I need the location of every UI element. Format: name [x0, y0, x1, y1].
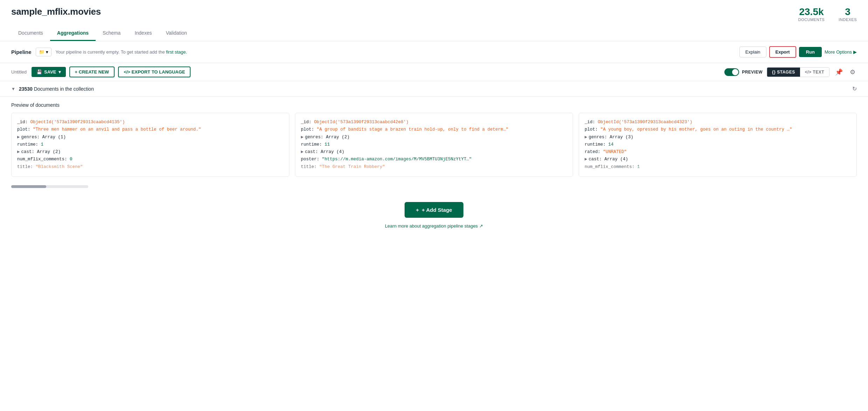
preview-label: Preview of documents [11, 102, 857, 108]
scroll-track [11, 185, 88, 188]
documents-count: 23.5k [799, 6, 824, 18]
doc1-cast-field: ▶cast: Array (2) [17, 148, 283, 156]
doc2-runtime-field: runtime: 11 [301, 141, 567, 148]
doc3-rated-field: rated: "UNRATED" [585, 148, 851, 156]
doc1-runtime-field: runtime: 1 [17, 141, 283, 148]
scroll-indicator [0, 182, 868, 188]
document-card-3: _id: ObjectId('573a1390f29313caabcd4323'… [579, 113, 857, 177]
tab-schema[interactable]: Schema [96, 26, 128, 41]
tabs-bar: Documents Aggregations Schema Indexes Va… [0, 26, 868, 41]
doc2-plot-field: plot: "A group of bandits stage a brazen… [301, 126, 567, 133]
save-icon: 💾 [36, 69, 42, 75]
stats-area: 23.5k DOCUMENTS 3 INDEXES [798, 6, 857, 22]
collection-info-bar: ▼ 23530 Documents in the collection ↻ [0, 81, 868, 97]
indexes-label: INDEXES [839, 18, 857, 22]
plus-icon: + [416, 207, 419, 213]
add-stage-button[interactable]: + + Add Stage [405, 202, 463, 218]
save-dropdown-icon: ▾ [58, 69, 61, 75]
doc1-genres-field: ▶genres: Array (1) [17, 134, 283, 141]
scroll-thumb[interactable] [11, 185, 46, 188]
folder-dropdown-icon: ▾ [46, 49, 48, 55]
doc1-fade [12, 162, 289, 176]
document-card-2: _id: ObjectId('573a1390f29313caabcd42e8'… [295, 113, 573, 177]
chevron-right-icon: ▶ [853, 49, 857, 55]
view-mode-group: {} STAGES </> TEXT [767, 67, 829, 77]
create-new-button[interactable]: + CREATE NEW [69, 67, 115, 77]
add-stage-section: + + Add Stage Learn more about aggregati… [0, 188, 868, 236]
collection-title: sample_mflix.movies [11, 6, 101, 17]
doc2-fade [295, 162, 573, 176]
tab-documents[interactable]: Documents [11, 26, 50, 41]
pipeline-label: Pipeline [11, 49, 32, 55]
preview-toggle-group: PREVIEW [724, 68, 763, 76]
pin-icon[interactable]: 📌 [834, 67, 844, 77]
toolbar-right: PREVIEW {} STAGES </> TEXT 📌 ⚙ [724, 67, 857, 77]
doc3-plot-field: plot: "A young boy, opressed by his moth… [585, 126, 851, 133]
doc1-id-field: _id: ObjectId('573a1390f29313caabcd4135'… [17, 119, 283, 126]
toggle-knob [732, 69, 738, 75]
doc1-plot-field: plot: "Three men hammer on an anvil and … [17, 126, 283, 133]
doc3-fade [579, 162, 856, 176]
export-to-language-button[interactable]: </> EXPORT TO LANGUAGE [118, 67, 191, 77]
refresh-button[interactable]: ↻ [852, 85, 857, 92]
learn-more-link[interactable]: Learn more about aggregation pipeline st… [385, 223, 483, 229]
doc2-cast-field: ▶cast: Array (4) [301, 148, 567, 156]
settings-icon[interactable]: ⚙ [848, 67, 857, 77]
doc2-genres-field: ▶genres: Array (2) [301, 134, 567, 141]
collection-count: 23530 Documents in the collection [19, 86, 94, 92]
export-button[interactable]: Export [769, 46, 796, 58]
indexes-count: 3 [845, 6, 850, 18]
doc3-genres-field: ▶genres: Array (3) [585, 134, 851, 141]
top-header: sample_mflix.movies 23.5k DOCUMENTS 3 IN… [0, 0, 868, 22]
document-card-1: _id: ObjectId('573a1390f29313caabcd4135'… [11, 113, 289, 177]
folder-icon: 📁 [39, 49, 44, 55]
pipeline-folder-button[interactable]: 📁 ▾ [36, 48, 51, 56]
more-options-button[interactable]: More Options ▶ [825, 49, 857, 55]
toolbar-row: Untitled 💾 SAVE ▾ + CREATE NEW </> EXPOR… [0, 63, 868, 81]
pipeline-actions: Explain Export Run More Options ▶ [739, 46, 857, 58]
tab-aggregations[interactable]: Aggregations [50, 26, 96, 41]
stages-view-button[interactable]: {} STAGES [767, 68, 800, 77]
documents-label: DOCUMENTS [798, 18, 825, 22]
first-stage-link[interactable]: first stage. [166, 49, 187, 55]
pipeline-bar: Pipeline 📁 ▾ Your pipeline is currently … [0, 41, 868, 63]
documents-grid: _id: ObjectId('573a1390f29313caabcd4135'… [11, 113, 857, 177]
preview-toggle[interactable] [724, 68, 739, 76]
indexes-stat: 3 INDEXES [839, 6, 857, 22]
collapse-chevron-icon[interactable]: ▼ [11, 86, 15, 91]
doc3-runtime-field: runtime: 14 [585, 141, 851, 148]
doc2-id-field: _id: ObjectId('573a1390f29313caabcd42e8'… [301, 119, 567, 126]
preview-toggle-label: PREVIEW [742, 70, 763, 75]
documents-stat: 23.5k DOCUMENTS [798, 6, 825, 22]
run-button[interactable]: Run [799, 47, 822, 57]
doc3-id-field: _id: ObjectId('573a1390f29313caabcd4323'… [585, 119, 851, 126]
explain-button[interactable]: Explain [739, 47, 766, 57]
tab-validation[interactable]: Validation [159, 26, 194, 41]
tab-indexes[interactable]: Indexes [128, 26, 159, 41]
preview-section: Preview of documents _id: ObjectId('573a… [0, 97, 868, 182]
pipeline-title: Untitled [11, 69, 27, 75]
save-button[interactable]: 💾 SAVE ▾ [32, 67, 66, 77]
external-link-icon: ↗ [479, 223, 483, 229]
pipeline-empty-text: Your pipeline is currently empty. To get… [56, 49, 735, 55]
text-view-button[interactable]: </> TEXT [800, 68, 829, 77]
